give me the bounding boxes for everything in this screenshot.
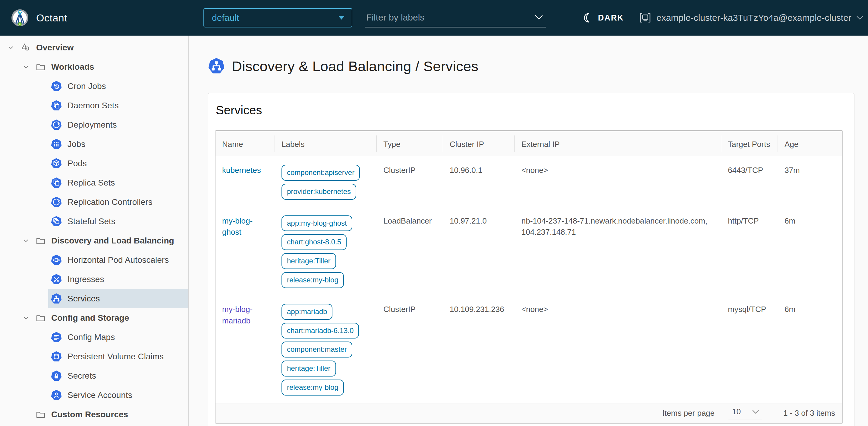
folder-icon	[35, 312, 46, 324]
table-row: kubernetescomponent:apiserverprovider:ku…	[216, 156, 842, 207]
chevron-down-icon[interactable]	[20, 235, 32, 247]
sidebar-item-horizontal-pod-autoscalers[interactable]: Horizontal Pod Autoscalers	[48, 250, 188, 270]
label-badge: chart:ghost-8.0.5	[281, 234, 347, 250]
cluster-ip-cell: 10.96.0.1	[443, 156, 515, 207]
table-row: my-blog-ghostapp:my-blog-ghostchart:ghos…	[216, 207, 842, 295]
target-ports-cell: 6443/TCP	[721, 156, 778, 207]
sidebar-item-label: Overview	[36, 43, 74, 53]
objects-icon	[20, 42, 31, 53]
sidebar-item-ingresses[interactable]: Ingresses	[48, 270, 188, 289]
column-header-cluster-ip: Cluster IP	[443, 131, 515, 156]
sidebar-item-label: Horizontal Pod Autoscalers	[67, 255, 169, 265]
folder-icon	[35, 235, 46, 247]
age-cell: 37m	[778, 156, 842, 207]
labels-cell: component:apiserverprovider:kubernetes	[275, 156, 377, 207]
sidebar-item-label: Custom Resources	[51, 410, 128, 419]
label-badge: component:master	[281, 342, 352, 358]
age-cell: 6m	[778, 207, 842, 295]
sidebar-item-secrets[interactable]: Secrets	[48, 366, 188, 386]
sidebar-item-custom-resources[interactable]: Custom Resources	[0, 405, 188, 424]
sidebar-item-config-maps[interactable]: Config Maps	[48, 328, 188, 347]
daemonset-icon	[51, 100, 62, 111]
label-badge: provider:kubernetes	[281, 184, 356, 200]
sidebar-item-jobs[interactable]: Jobs	[48, 135, 188, 154]
labels-cell: app:my-blog-ghostchart:ghost-8.0.5herita…	[275, 207, 377, 295]
type-cell: ClusterIP	[377, 156, 443, 207]
sidebar-item-service-accounts[interactable]: Service Accounts	[48, 386, 188, 405]
items-per-page-label: Items per page	[662, 408, 715, 418]
configmap-icon	[51, 332, 62, 343]
pod-icon	[51, 158, 62, 169]
theme-toggle-label: DARK	[598, 13, 624, 23]
app-title: Octant	[36, 12, 67, 24]
folder-icon	[35, 409, 46, 420]
chevron-down-icon[interactable]	[5, 41, 17, 54]
name-cell: my-blog-ghost	[216, 207, 275, 295]
replicaset-icon	[51, 177, 62, 189]
chevron-down-icon	[752, 409, 759, 414]
replicationcontroller-icon	[51, 196, 62, 208]
dark-theme-toggle[interactable]: DARK	[582, 12, 624, 24]
sidebar-item-label: Daemon Sets	[67, 101, 119, 110]
statefulset-icon	[51, 216, 62, 227]
job-icon	[51, 139, 62, 150]
services-table: NameLabelsTypeCluster IPExternal IPTarge…	[216, 131, 842, 403]
service-link[interactable]: my-blog-ghost	[222, 216, 253, 237]
sidebar-item-label: Deployments	[67, 120, 117, 130]
type-cell: LoadBalancer	[377, 207, 443, 295]
sidebar-item-cron-jobs[interactable]: Cron Jobs	[48, 77, 188, 96]
card-title: Services	[216, 104, 847, 117]
namespace-dropdown[interactable]: default	[204, 8, 352, 27]
column-header-labels: Labels	[275, 131, 377, 156]
service-icon	[51, 293, 62, 305]
chevron-down-icon[interactable]	[20, 312, 32, 324]
external-ip-cell: <none>	[515, 156, 721, 207]
chevron-down-icon	[856, 16, 864, 20]
column-header-target-ports: Target Ports	[721, 131, 778, 156]
sidebar-item-label: Stateful Sets	[67, 217, 116, 226]
sidebar-item-services[interactable]: Services	[48, 289, 188, 308]
age-cell: 6m	[778, 295, 842, 403]
deployment-icon	[51, 119, 62, 131]
sidebar-item-label: Cron Jobs	[67, 82, 106, 91]
context-selector[interactable]: example-cluster-ka3TuTzYo4a@example-clus…	[639, 11, 864, 24]
chevron-down-icon[interactable]	[535, 15, 543, 20]
hpa-icon	[51, 254, 62, 266]
chevron-down-icon[interactable]	[20, 61, 32, 73]
sidebar-item-persistent-volume-claims[interactable]: Persistent Volume Claims	[48, 347, 188, 366]
service-link[interactable]: my-blog-mariadb	[222, 305, 253, 325]
service-icon	[208, 57, 225, 75]
service-link[interactable]: kubernetes	[222, 166, 261, 175]
pagination-range: 1 - 3 of 3 items	[783, 408, 835, 418]
label-badge: release:my-blog	[281, 272, 344, 288]
sidebar-item-label: Services	[67, 294, 100, 304]
sidebar-item-label: Discovery and Load Balancing	[51, 236, 174, 246]
sidebar-item-replication-controllers[interactable]: Replication Controllers	[48, 193, 188, 212]
sidebar-item-deployments[interactable]: Deployments	[48, 115, 188, 135]
items-per-page-value: 10	[732, 407, 741, 416]
column-header-age: Age	[778, 131, 842, 156]
external-ip-cell: <none>	[515, 295, 721, 403]
app-brand: Octant	[10, 8, 67, 27]
sidebar-item-workloads[interactable]: Workloads	[0, 57, 188, 77]
items-per-page-select[interactable]: 10	[728, 407, 762, 419]
sidebar-item-replica-sets[interactable]: Replica Sets	[48, 173, 188, 193]
pvc-icon	[51, 351, 62, 362]
cluster-ip-cell: 10.109.231.236	[443, 295, 515, 403]
sidebar-item-label: Replication Controllers	[67, 197, 153, 207]
sidebar-item-stateful-sets[interactable]: Stateful Sets	[48, 212, 188, 231]
external-ip-cell: nb-104-237-148-71.newark.nodebalancer.li…	[515, 207, 721, 295]
secret-icon	[51, 370, 62, 382]
sidebar-item-discovery-and-load-balancing[interactable]: Discovery and Load Balancing	[0, 231, 188, 250]
sidebar-item-overview[interactable]: Overview	[0, 38, 188, 57]
sidebar-item-pods[interactable]: Pods	[48, 154, 188, 173]
cluster-icon	[639, 11, 652, 24]
sidebar-item-daemon-sets[interactable]: Daemon Sets	[48, 96, 188, 115]
label-badge: release:my-blog	[281, 379, 344, 396]
label-badge: component:apiserver	[281, 165, 360, 181]
page-title: Discovery & Load Balancing / Services	[232, 58, 478, 75]
serviceaccount-icon	[51, 390, 62, 401]
sidebar-item-label: Config and Storage	[51, 313, 129, 323]
label-filter-input[interactable]	[366, 12, 518, 23]
sidebar-item-config-and-storage[interactable]: Config and Storage	[0, 308, 188, 328]
